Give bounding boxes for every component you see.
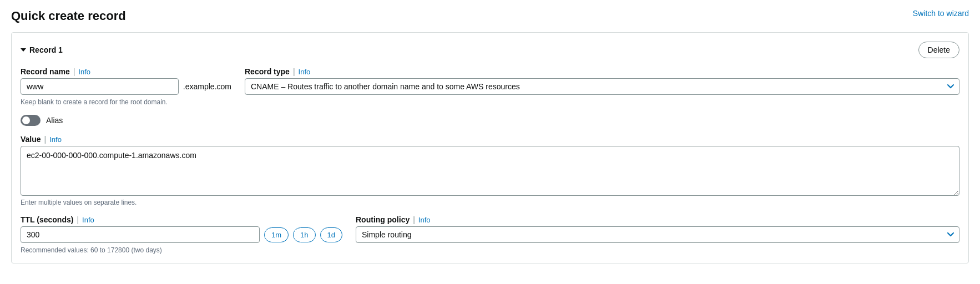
record-section-label: Record 1 bbox=[29, 45, 63, 54]
ttl-1d-button[interactable]: 1d bbox=[320, 227, 342, 242]
record-type-group: Record type | Info A – Routes traffic to… bbox=[245, 67, 959, 95]
ttl-hint: Recommended values: 60 to 172800 (two da… bbox=[21, 246, 342, 254]
record-title: Record 1 bbox=[21, 45, 63, 54]
page-title: Quick create record bbox=[11, 9, 126, 23]
ttl-input[interactable] bbox=[21, 226, 260, 243]
alias-row: Alias bbox=[21, 115, 959, 126]
record-name-group: Record name | Info .example.com Keep bla… bbox=[21, 67, 231, 106]
record-type-label: Record type | Info bbox=[245, 67, 959, 76]
record-name-info-link[interactable]: Info bbox=[78, 68, 90, 76]
alias-toggle[interactable] bbox=[21, 115, 41, 126]
switch-to-wizard-link[interactable]: Switch to wizard bbox=[913, 9, 969, 18]
routing-policy-info-link[interactable]: Info bbox=[418, 216, 431, 224]
delete-button[interactable]: Delete bbox=[918, 42, 959, 58]
routing-policy-select[interactable]: Simple routing Failover Geolocation Geop… bbox=[356, 226, 959, 243]
record-header: Record 1 Delete bbox=[21, 42, 959, 58]
routing-policy-label: Routing policy | Info bbox=[356, 215, 959, 224]
record-name-input-row: .example.com bbox=[21, 78, 231, 95]
ttl-1m-button[interactable]: 1m bbox=[264, 227, 289, 242]
value-textarea[interactable]: ec2-00-000-000-000.compute-1.amazonaws.c… bbox=[21, 146, 959, 196]
ttl-group: TTL (seconds) | Info 1m 1h 1d Recommende… bbox=[21, 215, 342, 254]
record-type-info-link[interactable]: Info bbox=[299, 68, 311, 76]
page-header: Quick create record Switch to wizard bbox=[11, 9, 969, 23]
domain-suffix: .example.com bbox=[183, 82, 231, 91]
value-hint: Enter multiple values on separate lines. bbox=[21, 199, 137, 206]
value-info-link[interactable]: Info bbox=[49, 135, 62, 144]
name-type-row: Record name | Info .example.com Keep bla… bbox=[21, 67, 959, 106]
routing-policy-select-wrapper: Simple routing Failover Geolocation Geop… bbox=[356, 226, 959, 243]
ttl-info-link[interactable]: Info bbox=[82, 216, 94, 224]
bottom-row: TTL (seconds) | Info 1m 1h 1d Recommende… bbox=[21, 215, 959, 254]
value-section: Value | Info ec2-00-000-000-000.compute-… bbox=[21, 135, 959, 206]
ttl-label: TTL (seconds) | Info bbox=[21, 215, 342, 224]
alias-label: Alias bbox=[46, 116, 63, 125]
record-type-select[interactable]: A – Routes traffic to an IPv4 address an… bbox=[245, 78, 959, 95]
record-name-hint: Keep blank to create a record for the ro… bbox=[21, 98, 231, 106]
record-section: Record 1 Delete Record name | Info .exam… bbox=[11, 32, 969, 263]
ttl-1h-button[interactable]: 1h bbox=[293, 227, 315, 242]
ttl-input-row: 1m 1h 1d bbox=[21, 226, 342, 243]
record-type-select-wrapper: A – Routes traffic to an IPv4 address an… bbox=[245, 78, 959, 95]
expand-icon[interactable] bbox=[21, 48, 26, 52]
value-label: Value | Info bbox=[21, 135, 959, 144]
record-name-label: Record name | Info bbox=[21, 67, 231, 76]
routing-policy-group: Routing policy | Info Simple routing Fai… bbox=[356, 215, 959, 243]
record-name-input[interactable] bbox=[21, 78, 179, 95]
